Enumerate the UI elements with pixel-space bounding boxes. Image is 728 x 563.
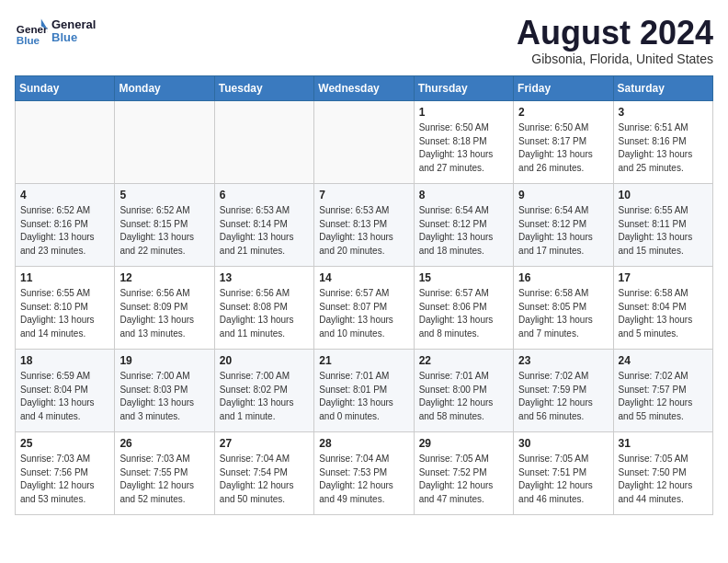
calendar-cell: 21Sunrise: 7:01 AM Sunset: 8:01 PM Dayli… (314, 349, 414, 431)
calendar-cell: 8Sunrise: 6:54 AM Sunset: 8:12 PM Daylig… (414, 183, 513, 266)
day-number: 14 (319, 270, 408, 286)
weekday-header-wednesday: Wednesday (314, 75, 414, 100)
calendar-week-4: 18Sunrise: 6:59 AM Sunset: 8:04 PM Dayli… (16, 349, 713, 431)
day-number: 4 (20, 188, 109, 203)
calendar-cell: 9Sunrise: 6:54 AM Sunset: 8:12 PM Daylig… (514, 183, 613, 266)
calendar-cell: 5Sunrise: 6:52 AM Sunset: 8:15 PM Daylig… (115, 183, 214, 266)
day-info: Sunrise: 7:05 AM Sunset: 7:51 PM Dayligh… (518, 453, 608, 506)
day-info: Sunrise: 7:05 AM Sunset: 7:50 PM Dayligh… (619, 453, 708, 506)
calendar-cell: 10Sunrise: 6:55 AM Sunset: 8:11 PM Dayli… (613, 183, 712, 266)
svg-text:Blue: Blue (17, 34, 40, 46)
day-number: 20 (220, 353, 309, 369)
day-info: Sunrise: 6:57 AM Sunset: 8:07 PM Dayligh… (319, 287, 408, 340)
day-info: Sunrise: 6:56 AM Sunset: 8:09 PM Dayligh… (119, 287, 209, 340)
day-number: 26 (119, 436, 209, 452)
day-info: Sunrise: 6:56 AM Sunset: 8:08 PM Dayligh… (220, 287, 309, 340)
calendar-cell: 14Sunrise: 6:57 AM Sunset: 8:07 PM Dayli… (314, 266, 414, 349)
day-number: 16 (518, 270, 608, 286)
day-info: Sunrise: 7:01 AM Sunset: 8:00 PM Dayligh… (419, 370, 508, 423)
calendar-cell: 3Sunrise: 6:51 AM Sunset: 8:16 PM Daylig… (613, 100, 712, 183)
day-number: 21 (319, 353, 408, 369)
calendar-cell: 19Sunrise: 7:00 AM Sunset: 8:03 PM Dayli… (115, 349, 214, 431)
day-number: 9 (518, 188, 608, 203)
calendar-header: SundayMondayTuesdayWednesdayThursdayFrid… (16, 75, 713, 100)
calendar-cell: 24Sunrise: 7:02 AM Sunset: 7:57 PM Dayli… (613, 349, 712, 431)
day-info: Sunrise: 6:53 AM Sunset: 8:13 PM Dayligh… (319, 204, 408, 258)
weekday-header-saturday: Saturday (613, 75, 712, 100)
weekday-header-thursday: Thursday (414, 75, 513, 100)
calendar-cell (115, 100, 214, 183)
calendar-cell: 18Sunrise: 6:59 AM Sunset: 8:04 PM Dayli… (16, 349, 115, 431)
day-info: Sunrise: 6:55 AM Sunset: 8:10 PM Dayligh… (20, 287, 109, 340)
day-number: 25 (20, 436, 109, 452)
day-info: Sunrise: 6:52 AM Sunset: 8:15 PM Dayligh… (119, 204, 209, 258)
weekday-header-sunday: Sunday (16, 75, 115, 100)
calendar-week-1: 1Sunrise: 6:50 AM Sunset: 8:18 PM Daylig… (16, 100, 713, 183)
logo: General Blue General Blue (15, 15, 96, 48)
day-number: 11 (20, 270, 109, 286)
calendar-cell: 31Sunrise: 7:05 AM Sunset: 7:50 PM Dayli… (613, 431, 712, 514)
day-info: Sunrise: 7:05 AM Sunset: 7:52 PM Dayligh… (419, 453, 508, 506)
calendar-cell: 30Sunrise: 7:05 AM Sunset: 7:51 PM Dayli… (514, 431, 613, 514)
calendar-cell: 22Sunrise: 7:01 AM Sunset: 8:00 PM Dayli… (414, 349, 513, 431)
day-number: 23 (518, 353, 608, 369)
day-info: Sunrise: 6:57 AM Sunset: 8:06 PM Dayligh… (419, 287, 508, 340)
day-info: Sunrise: 6:52 AM Sunset: 8:16 PM Dayligh… (20, 204, 109, 258)
day-number: 8 (419, 188, 508, 203)
calendar-cell: 2Sunrise: 6:50 AM Sunset: 8:17 PM Daylig… (514, 100, 613, 183)
weekday-header-row: SundayMondayTuesdayWednesdayThursdayFrid… (16, 75, 713, 100)
day-info: Sunrise: 6:54 AM Sunset: 8:12 PM Dayligh… (518, 204, 608, 258)
calendar-cell: 4Sunrise: 6:52 AM Sunset: 8:16 PM Daylig… (16, 183, 115, 266)
day-info: Sunrise: 7:00 AM Sunset: 8:03 PM Dayligh… (119, 370, 209, 423)
day-info: Sunrise: 7:00 AM Sunset: 8:02 PM Dayligh… (220, 370, 309, 423)
day-info: Sunrise: 6:58 AM Sunset: 8:04 PM Dayligh… (619, 287, 708, 340)
page-header: General Blue General Blue August 2024 Gi… (15, 15, 713, 66)
calendar-cell (214, 100, 313, 183)
day-number: 10 (619, 188, 708, 203)
calendar-cell: 16Sunrise: 6:58 AM Sunset: 8:05 PM Dayli… (514, 266, 613, 349)
logo-line2: Blue (51, 31, 96, 44)
day-number: 17 (619, 270, 708, 286)
day-number: 12 (119, 270, 209, 286)
day-info: Sunrise: 6:53 AM Sunset: 8:14 PM Dayligh… (220, 204, 309, 258)
day-number: 15 (419, 270, 508, 286)
calendar-cell: 23Sunrise: 7:02 AM Sunset: 7:59 PM Dayli… (514, 349, 613, 431)
calendar-cell: 15Sunrise: 6:57 AM Sunset: 8:06 PM Dayli… (414, 266, 513, 349)
calendar-cell: 29Sunrise: 7:05 AM Sunset: 7:52 PM Dayli… (414, 431, 513, 514)
calendar-cell: 13Sunrise: 6:56 AM Sunset: 8:08 PM Dayli… (214, 266, 313, 349)
day-number: 5 (119, 188, 209, 203)
day-number: 1 (419, 105, 508, 121)
calendar-cell: 6Sunrise: 6:53 AM Sunset: 8:14 PM Daylig… (214, 183, 313, 266)
day-number: 31 (619, 436, 708, 452)
day-number: 6 (220, 188, 309, 203)
weekday-header-monday: Monday (115, 75, 214, 100)
calendar-cell: 27Sunrise: 7:04 AM Sunset: 7:54 PM Dayli… (214, 431, 313, 514)
location-subtitle: Gibsonia, Florida, United States (517, 52, 713, 66)
day-info: Sunrise: 6:55 AM Sunset: 8:11 PM Dayligh… (619, 204, 708, 258)
day-number: 7 (319, 188, 408, 203)
day-number: 29 (419, 436, 508, 452)
day-number: 22 (419, 353, 508, 369)
day-info: Sunrise: 7:04 AM Sunset: 7:53 PM Dayligh… (319, 453, 408, 506)
calendar-cell (314, 100, 414, 183)
day-number: 30 (518, 436, 608, 452)
day-info: Sunrise: 7:03 AM Sunset: 7:55 PM Dayligh… (119, 453, 209, 506)
day-info: Sunrise: 7:01 AM Sunset: 8:01 PM Dayligh… (319, 370, 408, 423)
calendar-cell: 11Sunrise: 6:55 AM Sunset: 8:10 PM Dayli… (16, 266, 115, 349)
calendar-cell (16, 100, 115, 183)
main-title: August 2024 (517, 15, 713, 52)
calendar-cell: 20Sunrise: 7:00 AM Sunset: 8:02 PM Dayli… (214, 349, 313, 431)
calendar-cell: 28Sunrise: 7:04 AM Sunset: 7:53 PM Dayli… (314, 431, 414, 514)
calendar-cell: 26Sunrise: 7:03 AM Sunset: 7:55 PM Dayli… (115, 431, 214, 514)
day-info: Sunrise: 6:50 AM Sunset: 8:18 PM Dayligh… (419, 121, 508, 175)
day-info: Sunrise: 6:59 AM Sunset: 8:04 PM Dayligh… (20, 370, 109, 423)
day-number: 13 (220, 270, 309, 286)
calendar-cell: 12Sunrise: 6:56 AM Sunset: 8:09 PM Dayli… (115, 266, 214, 349)
calendar-week-3: 11Sunrise: 6:55 AM Sunset: 8:10 PM Dayli… (16, 266, 713, 349)
day-info: Sunrise: 6:51 AM Sunset: 8:16 PM Dayligh… (619, 121, 708, 175)
logo-icon: General Blue (15, 15, 48, 48)
day-number: 27 (220, 436, 309, 452)
calendar-cell: 17Sunrise: 6:58 AM Sunset: 8:04 PM Dayli… (613, 266, 712, 349)
day-number: 18 (20, 353, 109, 369)
day-info: Sunrise: 7:02 AM Sunset: 7:59 PM Dayligh… (518, 370, 608, 423)
